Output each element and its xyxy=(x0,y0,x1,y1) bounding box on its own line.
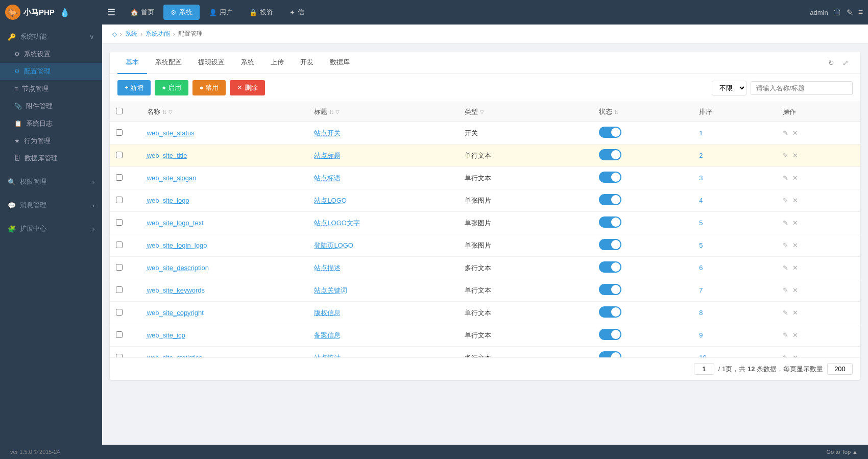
sidebar-group-extension[interactable]: 🧩 扩展中心 › xyxy=(0,219,102,237)
row-delete-button[interactable]: ✕ xyxy=(792,264,798,272)
sidebar-item-system-log[interactable]: 📋 系统日志 xyxy=(0,115,102,132)
sidebar-item-node-management[interactable]: ≡ 节点管理 xyxy=(0,80,102,98)
row-sort-link[interactable]: 2 xyxy=(699,152,703,159)
row-checkbox[interactable] xyxy=(116,264,123,271)
title-sort-icon[interactable]: ⇅ xyxy=(329,109,333,115)
sidebar-item-database-management[interactable]: 🗄 数据库管理 xyxy=(0,150,102,167)
row-title-link[interactable]: 备案信息 xyxy=(314,331,341,339)
row-title-link[interactable]: 站点关键词 xyxy=(314,286,347,294)
row-edit-button[interactable]: ✎ xyxy=(783,129,788,137)
row-delete-button[interactable]: ✕ xyxy=(792,331,798,339)
row-name-link[interactable]: web_site_slogan xyxy=(147,174,197,182)
row-checkbox[interactable] xyxy=(116,129,123,136)
type-filter-icon[interactable]: ▽ xyxy=(480,109,484,115)
row-sort-link[interactable]: 4 xyxy=(699,197,703,204)
row-checkbox[interactable] xyxy=(116,152,123,158)
row-toggle[interactable] xyxy=(599,194,621,205)
row-checkbox[interactable] xyxy=(116,286,123,293)
row-title-link[interactable]: 站点标题 xyxy=(314,152,341,159)
row-checkbox[interactable] xyxy=(116,354,123,358)
row-name-link[interactable]: web_site_status xyxy=(147,129,195,137)
row-sort-link[interactable]: 5 xyxy=(699,241,703,249)
row-name-link[interactable]: web_site_logo_text xyxy=(147,219,204,227)
row-edit-button[interactable]: ✎ xyxy=(783,354,788,357)
row-edit-button[interactable]: ✎ xyxy=(783,264,788,272)
row-delete-button[interactable]: ✕ xyxy=(792,286,798,294)
breadcrumb-system-functions[interactable]: 系统功能 xyxy=(146,30,170,38)
name-filter-icon[interactable]: ▽ xyxy=(168,109,173,115)
row-delete-button[interactable]: ✕ xyxy=(792,129,798,137)
row-delete-button[interactable]: ✕ xyxy=(792,219,798,227)
row-name-link[interactable]: web_site_logo xyxy=(147,197,189,204)
delete-icon-button[interactable]: 🗑 xyxy=(833,8,841,17)
sidebar-item-attachment-management[interactable]: 📎 附件管理 xyxy=(0,98,102,115)
row-edit-button[interactable]: ✎ xyxy=(783,241,788,249)
breadcrumb-home-icon[interactable]: ◇ xyxy=(112,31,117,38)
row-sort-link[interactable]: 1 xyxy=(699,129,703,137)
tab-develop[interactable]: 开发 xyxy=(292,52,322,74)
sidebar-item-config-management[interactable]: ⚙ 配置管理 xyxy=(0,63,102,80)
row-edit-button[interactable]: ✎ xyxy=(783,219,788,227)
row-name-link[interactable]: web_site_title xyxy=(147,152,187,159)
row-sort-link[interactable]: 7 xyxy=(699,286,703,294)
row-toggle[interactable] xyxy=(599,149,621,160)
row-checkbox[interactable] xyxy=(116,219,123,226)
enable-button[interactable]: ● 启用 xyxy=(155,80,188,95)
row-toggle[interactable] xyxy=(599,329,621,340)
row-sort-link[interactable]: 6 xyxy=(699,264,703,272)
tab-system-config[interactable]: 系统配置 xyxy=(147,52,190,74)
page-size-input[interactable] xyxy=(827,363,853,375)
row-toggle[interactable] xyxy=(599,172,621,183)
row-checkbox[interactable] xyxy=(116,197,123,203)
tab-withdraw-settings[interactable]: 提现设置 xyxy=(190,52,233,74)
footer-top-link[interactable]: Go to Top ▲ xyxy=(827,449,858,455)
row-delete-button[interactable]: ✕ xyxy=(792,152,798,159)
row-title-link[interactable]: 站点标语 xyxy=(314,174,341,182)
row-checkbox[interactable] xyxy=(116,331,123,338)
row-name-link[interactable]: web_site_icp xyxy=(147,331,185,339)
title-filter-icon[interactable]: ▽ xyxy=(335,109,340,115)
row-delete-button[interactable]: ✕ xyxy=(792,197,798,204)
row-title-link[interactable]: 站点统计 xyxy=(314,354,341,358)
nav-item-system[interactable]: ⚙ 系统 xyxy=(163,5,200,20)
tab-upload[interactable]: 上传 xyxy=(262,52,292,74)
row-sort-link[interactable]: 3 xyxy=(699,174,703,182)
nav-item-home[interactable]: 🏠 首页 xyxy=(123,5,161,20)
row-delete-button[interactable]: ✕ xyxy=(792,174,798,182)
sidebar-item-system-settings[interactable]: ⚙ 系统设置 xyxy=(0,45,102,63)
row-toggle[interactable] xyxy=(599,216,621,228)
refresh-button[interactable]: ↻ xyxy=(824,55,838,71)
row-title-link[interactable]: 站点描述 xyxy=(314,264,341,272)
row-edit-button[interactable]: ✎ xyxy=(783,174,788,182)
row-toggle[interactable] xyxy=(599,284,621,295)
filter-input[interactable] xyxy=(751,81,853,95)
row-sort-link[interactable]: 5 xyxy=(699,219,703,227)
row-title-link[interactable]: 版权信息 xyxy=(314,309,341,317)
filter-select[interactable]: 不限 启用 禁用 xyxy=(712,81,746,95)
row-name-link[interactable]: web_site_keywords xyxy=(147,286,205,294)
row-title-link[interactable]: 站点LOGO文字 xyxy=(314,219,360,227)
disable-button[interactable]: ● 禁用 xyxy=(192,80,226,95)
row-edit-button[interactable]: ✎ xyxy=(783,331,788,339)
row-sort-link[interactable]: 8 xyxy=(699,309,703,317)
sidebar-group-permission[interactable]: 🔍 权限管理 › xyxy=(0,172,102,190)
name-sort-icon[interactable]: ⇅ xyxy=(162,109,166,115)
tab-basic[interactable]: 基本 xyxy=(117,52,147,74)
row-delete-button[interactable]: ✕ xyxy=(792,354,798,357)
row-toggle[interactable] xyxy=(599,127,621,138)
row-toggle[interactable] xyxy=(599,351,621,357)
row-sort-link[interactable]: 9 xyxy=(699,331,703,339)
nav-item-invest[interactable]: 🔒 投资 xyxy=(242,5,280,20)
add-button[interactable]: + 新增 xyxy=(117,80,151,95)
nav-item-user[interactable]: 👤 用户 xyxy=(202,5,240,20)
row-toggle[interactable] xyxy=(599,261,621,273)
row-sort-link[interactable]: 10 xyxy=(699,354,706,357)
row-name-link[interactable]: web_site_description xyxy=(147,264,209,272)
page-input[interactable] xyxy=(694,363,714,375)
row-title-link[interactable]: 登陆页LOGO xyxy=(314,241,353,249)
breadcrumb-system[interactable]: 系统 xyxy=(125,30,137,38)
row-checkbox[interactable] xyxy=(116,309,123,316)
tab-database[interactable]: 数据库 xyxy=(322,52,358,74)
row-checkbox[interactable] xyxy=(116,174,123,181)
row-name-link[interactable]: web_site_login_logo xyxy=(147,241,207,249)
